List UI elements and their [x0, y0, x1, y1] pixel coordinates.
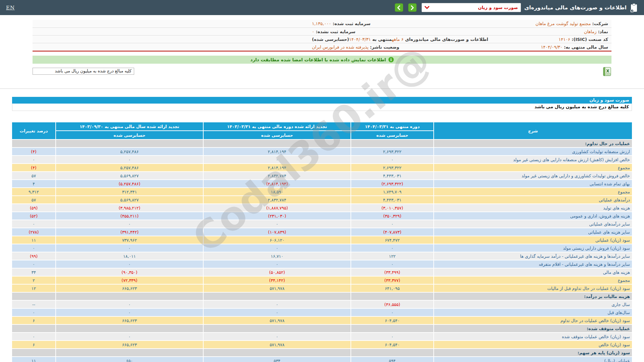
cell-value: ۶۶۵,۶۲۳ [56, 317, 203, 324]
header-sharh: شرح [434, 122, 632, 139]
cell-value [204, 349, 351, 356]
section-row: عملیات متوقف شده: [12, 325, 632, 332]
cell-value: ۱,۷۴۹,۷۰۹ [351, 188, 433, 195]
cell-value: (۳,۰۱۰,۳۵۷) [351, 204, 433, 212]
previous-statement-button[interactable] [395, 3, 403, 12]
dropdown-arrow-icon [425, 6, 429, 9]
cell-value: (۱۰۷,۸۳۹) [204, 228, 351, 236]
page-title: اطلاعات و صورت‌های مالی میاندوره‌ای [524, 4, 627, 11]
cell-value: ۵,۲۵۷,۴۸۶ [56, 164, 203, 171]
unit-row: X کلیه مبالغ درج شده به میلیون ریال می ب… [33, 67, 611, 76]
cell-value: (۷۲,۳۳۹) [56, 277, 203, 284]
cell-value [204, 293, 351, 300]
statement-title-bar: صورت سود و زیان [12, 97, 632, 104]
info-mid-cell: وضعیت ناشر: پذیرفته شده در فرابورس ایران [33, 45, 496, 50]
cell-change-percent [12, 349, 55, 356]
cell-value: ۶۰۴,۵۴۰ [351, 317, 433, 324]
cell-value: ۰ [204, 244, 351, 252]
statement-section: صورت سود و زیان کلیه مبالغ درج شده به می… [12, 97, 632, 362]
cell-value: ۵۷۱,۹۷۸ [204, 317, 351, 324]
cell-value: ۴,۴۴۳,۰۳۱ [351, 196, 433, 203]
cell-description: عملیاتی (ریال) [434, 357, 632, 362]
cell-value: ۰ [204, 301, 351, 308]
cell-value: ۰ [204, 333, 351, 340]
svg-text:X: X [606, 69, 609, 73]
cell-value: ۶۰۶,۱۲۰ [204, 236, 351, 244]
info-value: ۱۴۱۰۶ [558, 37, 570, 42]
cell-description: سال‌های قبل [434, 309, 632, 316]
cell-change-percent: (۴) [12, 148, 55, 155]
cell-value [351, 349, 433, 356]
cell-value: ۲,۸۳۲,۷۸۴ [204, 196, 351, 203]
cell-description: مجموع [434, 164, 632, 171]
cell-value: ۵,۵۶۹,۸۲۷ [56, 172, 203, 179]
cell-value: (۴۰۷,۸۷۳) [351, 228, 433, 236]
cell-description: مجموع [434, 277, 632, 284]
cell-change-percent: ۰ [12, 309, 55, 316]
cell-change-percent: (۴) [12, 164, 55, 171]
cell-value: ۴,۴۴۳,۰۳۱ [351, 172, 433, 179]
info-right-cell: سال مالی منتهی به: ۱۴۰۴/۰۹/۳۰ [496, 45, 611, 50]
cell-change-percent: ۳۴ [12, 268, 55, 276]
info-right-cell: شرکت: مجتمع تولید گوشت مرغ ماهان [496, 21, 611, 26]
cell-value: ۰ [56, 156, 203, 163]
cell-description: سایر درآمدها و هزینه های غیرعملیاتی - در… [434, 252, 632, 260]
cell-change-percent: (۵۲) [12, 212, 55, 220]
cell-value: (۲,۸۱۴,۱۹۴) [204, 180, 351, 187]
cell-description: خالص فروش تولیدات کشاورزی و دارایی های ز… [434, 172, 632, 179]
cell-value: ۶۷۴,۴۷۲ [351, 236, 433, 244]
cell-change-percent: ۶ [12, 317, 55, 324]
cell-value: ۰ [56, 244, 203, 252]
cell-change-percent [12, 325, 55, 332]
cell-value: ۶۰۴,۵۴۰ [351, 341, 433, 348]
table-row: سایر درآمدها و هزینه های غیرعملیاتی - در… [12, 252, 632, 260]
statement-type-dropdown[interactable]: صورت سود و زیان [422, 3, 521, 12]
cell-change-percent: ۰ [12, 244, 55, 252]
cell-value: ۰ [56, 220, 203, 228]
cell-value [56, 349, 203, 356]
cell-change-percent: ۰ [12, 260, 55, 268]
table-row: خالص افزایش (کاهش) ارزش منصفانه دارایی ه… [12, 156, 632, 163]
english-language-link[interactable]: EN [6, 5, 15, 11]
cell-value: (۳۵۰,۳۲۹) [351, 212, 433, 220]
cell-description: هزینه مالیات بر درآمد: [434, 293, 632, 300]
cell-value: ۰ [56, 260, 203, 268]
table-row: سایر درآمدها و هزینه های غیرعملیاتی - اق… [12, 260, 632, 268]
cell-value: ۰ [204, 260, 351, 268]
cell-value [204, 325, 351, 332]
section-row: عملیات در حال تداوم: [12, 140, 632, 147]
cell-value: ۰ [351, 156, 433, 163]
table-row: سود (زیان) خالص۶۰۴,۵۴۰۵۷۱,۹۷۸۶۶۵,۶۲۳۶ [12, 341, 632, 348]
cell-value [56, 140, 203, 147]
cell-value: ۱۶,۷۱۰ [204, 252, 351, 260]
cell-value: ۰ [351, 260, 433, 268]
banner-text: اطلاعات نمایش داده شده با اطلاعات امضا ش… [250, 57, 386, 62]
cell-description: سود (زیان) عملیات در حال تداوم قبل از ما… [434, 285, 632, 292]
info-label: منتهی به [371, 37, 392, 42]
cell-description: سایر درآمدها و هزینه های غیرعملیاتی - اق… [434, 260, 632, 268]
cell-value: (۳,۹۸۵,۲۱۲) [56, 204, 203, 212]
info-row: سال مالی منتهی به: ۱۴۰۴/۰۹/۳۰وضعیت ناشر:… [33, 43, 611, 51]
cell-description: سایر هزینه های عملیاتی [434, 228, 632, 236]
cell-value: (۳۳,۴۹۹) [351, 268, 433, 276]
cell-value: ۲,۶۹۳,۳۲۲ [351, 164, 433, 171]
table-row: ارزش منصفانه تولیدات کشاورزی۲,۶۹۳,۳۲۲۲,۸… [12, 148, 632, 155]
info-value: ۱,۱۳۵,۰۰۰ [312, 21, 331, 26]
excel-export-button[interactable]: X [603, 67, 611, 77]
statement-unit-note: کلیه مبالغ درج شده به میلیون ریال می باش… [12, 104, 632, 111]
unit-note-select[interactable]: کلیه مبالغ درج شده به میلیون ریال می باش… [33, 68, 134, 75]
table-row: عملیاتی (ریال)۵۹۴۵۳۴۶۵۰۱۱ [12, 357, 632, 362]
cell-change-percent: ۰ [12, 156, 55, 163]
table-row: سایر هزینه های عملیاتی(۴۰۷,۸۷۳)(۱۰۷,۸۳۹)… [12, 228, 632, 236]
cell-value: (۵,۲۵۷,۴۸۶) [56, 180, 203, 187]
info-value: پذیرفته شده در فرابورس ایران [312, 45, 369, 50]
next-statement-button[interactable] [408, 3, 417, 12]
cell-description: سایر درآمدهای عملیاتی [434, 220, 632, 228]
table-row: مجموع(۳۳,۳۷۷)(۳۴,۱۴۲)(۷۲,۳۳۹)۲ [12, 277, 632, 284]
table-row: سود (زیان) خالص عملیات متوقف شده۰۰۰۰ [12, 333, 632, 340]
cell-value: (۲,۶۹۳,۳۲۲) [351, 180, 433, 187]
cell-description: سود (زیان) عملیاتی [434, 236, 632, 244]
info-value: ۶ ماهه [392, 37, 404, 42]
cell-change-percent: ۱۲ [12, 285, 55, 292]
info-right-cell: کد صنعت (ISIC): ۱۴۱۰۶ [496, 37, 611, 42]
